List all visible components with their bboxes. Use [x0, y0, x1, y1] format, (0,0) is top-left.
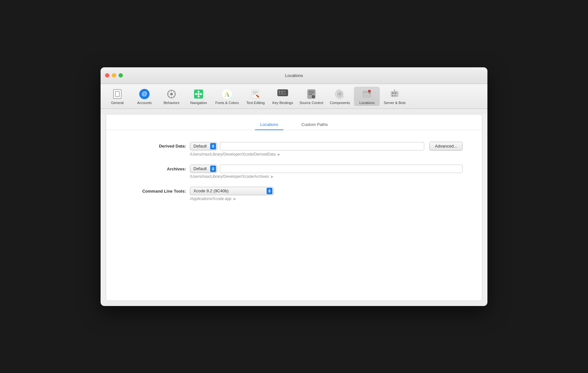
- navigation-icon: [192, 88, 205, 100]
- toolbar-item-navigation[interactable]: Navigation: [186, 87, 211, 106]
- svg-rect-52: [395, 92, 397, 94]
- derived-data-input[interactable]: [220, 142, 424, 150]
- tab-content-locations: Derived Data: Default Custom: [106, 130, 482, 221]
- locations-icon: [361, 88, 373, 100]
- close-button[interactable]: [105, 73, 109, 78]
- svg-rect-36: [309, 91, 314, 92]
- minimize-button[interactable]: [112, 73, 116, 78]
- derived-data-section: Derived Data: Default Custom: [125, 142, 463, 157]
- tab-custom-paths[interactable]: Custom Paths: [296, 120, 333, 130]
- toolbar-item-general[interactable]: General: [104, 87, 130, 106]
- navigation-label: Navigation: [190, 101, 207, 105]
- derived-data-select-wrapper: Default Custom: [190, 142, 217, 150]
- server-bots-icon: [388, 88, 401, 100]
- tab-bar: Locations Custom Paths: [106, 114, 482, 130]
- derived-data-path: /Users/max/Library/Developer/Xcode/Deriv…: [190, 152, 463, 157]
- text-editing-label: Text Editing: [246, 101, 265, 105]
- archives-row: Archives: Default Custom: [125, 165, 463, 179]
- command-line-tools-select[interactable]: Xcode 9.2 (9C40b): [190, 187, 274, 195]
- archives-path-arrow: ➤: [270, 174, 274, 179]
- toolbar-item-text-editing[interactable]: Text Editing: [243, 87, 269, 106]
- source-control-icon: [305, 88, 318, 100]
- svg-rect-38: [309, 94, 312, 95]
- toolbar-item-source-control[interactable]: Source Control: [297, 87, 326, 106]
- locations-label: Locations: [359, 101, 375, 105]
- svg-rect-48: [369, 91, 370, 94]
- svg-line-10: [173, 91, 174, 92]
- svg-point-49: [369, 90, 370, 91]
- command-line-tools-select-wrapper: Xcode 9.2 (9C40b): [190, 187, 274, 195]
- command-line-tools-controls: Xcode 9.2 (9C40b) /Applications/Xcode.ap…: [190, 187, 463, 201]
- toolbar-item-fonts-colors[interactable]: A Fonts & Colors: [213, 87, 241, 106]
- derived-data-label: Derived Data:: [125, 142, 190, 148]
- toolbar-item-locations[interactable]: Locations: [354, 87, 380, 106]
- svg-text:A: A: [224, 90, 230, 98]
- archives-controls: Default Custom /Users/max/Library/Develo…: [190, 165, 463, 179]
- fonts-colors-label: Fonts & Colors: [215, 101, 239, 105]
- svg-point-54: [395, 95, 396, 96]
- command-line-tools-input-row: Xcode 9.2 (9C40b): [190, 187, 463, 195]
- svg-text:opt: opt: [281, 91, 283, 93]
- svg-point-3: [170, 93, 173, 95]
- key-bindings-label: Key Bindings: [272, 101, 293, 105]
- toolbar: General @ Accounts: [101, 84, 487, 109]
- archives-path: /Users/max/Library/Developer/Xcode/Archi…: [190, 174, 463, 179]
- window-title: Locations: [285, 73, 303, 78]
- command-line-tools-path-arrow: ➤: [233, 196, 236, 201]
- archives-section: Archives: Default Custom: [125, 165, 463, 179]
- command-line-tools-label: Command Line Tools:: [125, 187, 190, 194]
- main-panel: Locations Custom Paths Derived Data: Def…: [106, 114, 482, 301]
- archives-input-row: Default Custom: [190, 165, 463, 173]
- behaviors-icon: [165, 88, 178, 100]
- general-label: General: [111, 101, 123, 105]
- toolbar-item-behaviors[interactable]: Behaviors: [159, 87, 184, 106]
- derived-data-select[interactable]: Default Custom: [190, 142, 217, 150]
- svg-rect-37: [309, 92, 314, 93]
- components-icon: [334, 88, 346, 100]
- svg-rect-31: [281, 93, 283, 95]
- advanced-button[interactable]: Advanced...: [429, 142, 463, 151]
- toolbar-item-key-bindings[interactable]: alt opt Key Bindings: [270, 87, 296, 106]
- archives-label: Archives:: [125, 165, 190, 171]
- svg-line-9: [173, 96, 174, 97]
- derived-data-row: Derived Data: Default Custom: [125, 142, 463, 157]
- archives-select-wrapper: Default Custom: [190, 165, 217, 173]
- svg-point-44: [339, 93, 341, 95]
- command-line-tools-row: Command Line Tools: Xcode 9.2 (9C40b): [125, 187, 463, 201]
- toolbar-item-accounts[interactable]: @ Accounts: [132, 87, 157, 106]
- behaviors-label: Behaviors: [164, 101, 180, 105]
- derived-data-controls: Default Custom Advanced... /Users/max/Li…: [190, 142, 463, 157]
- derived-data-path-arrow: ➤: [277, 152, 280, 157]
- accounts-icon: @: [138, 88, 151, 100]
- svg-rect-51: [392, 92, 394, 94]
- accounts-label: Accounts: [137, 101, 152, 105]
- server-bots-label: Server & Bots: [384, 101, 406, 105]
- svg-line-8: [169, 91, 170, 92]
- svg-rect-30: [279, 93, 280, 95]
- toolbar-item-components[interactable]: Components: [327, 87, 353, 106]
- text-editing-icon: [250, 88, 262, 100]
- traffic-lights: [105, 73, 123, 78]
- svg-rect-32: [284, 93, 286, 95]
- svg-rect-0: [113, 90, 121, 99]
- archives-input[interactable]: [220, 165, 463, 173]
- command-line-tools-path: /Applications/Xcode.app ➤: [190, 196, 463, 201]
- tab-locations[interactable]: Locations: [255, 120, 283, 130]
- svg-rect-29: [284, 91, 286, 92]
- titlebar: Locations: [101, 67, 487, 84]
- source-control-label: Source Control: [299, 101, 323, 105]
- toolbar-item-server-bots[interactable]: Server & Bots: [381, 87, 408, 106]
- content-area: Locations Custom Paths Derived Data: Def…: [101, 114, 487, 301]
- components-label: Components: [330, 101, 350, 105]
- main-window: Locations General @ Accounts: [101, 67, 487, 306]
- derived-data-input-row: Default Custom Advanced...: [190, 142, 463, 151]
- general-icon: [111, 88, 123, 100]
- command-line-tools-section: Command Line Tools: Xcode 9.2 (9C40b): [125, 187, 463, 201]
- svg-point-53: [392, 95, 393, 96]
- svg-point-56: [394, 90, 395, 91]
- archives-select[interactable]: Default Custom: [190, 165, 217, 173]
- maximize-button[interactable]: [119, 73, 123, 78]
- fonts-icon: A: [221, 88, 233, 100]
- key-bindings-icon: alt opt: [277, 88, 289, 100]
- svg-line-11: [169, 96, 170, 97]
